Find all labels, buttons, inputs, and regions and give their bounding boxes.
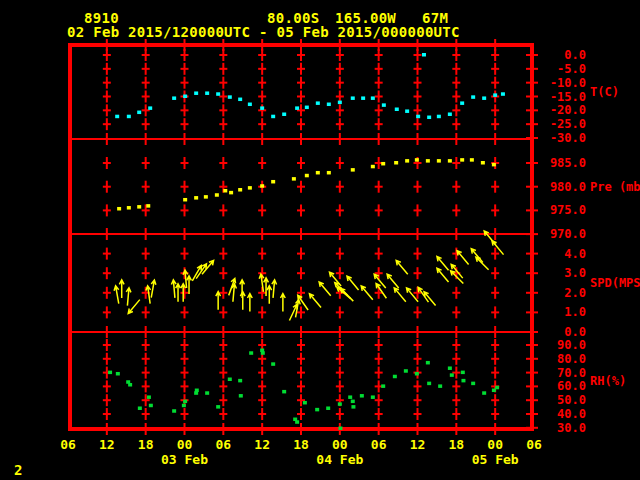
pressure-point — [481, 161, 485, 165]
temperature-point — [382, 103, 386, 107]
wind-arrow — [319, 282, 331, 296]
temperature-point — [115, 115, 119, 119]
temperature-point — [205, 91, 209, 95]
relative-humidity-point — [182, 404, 186, 408]
relative-humidity-point — [438, 384, 442, 388]
pressure-point — [204, 195, 208, 199]
temperature-point — [351, 96, 355, 100]
relative-humidity-point — [138, 406, 142, 410]
relative-humidity-point — [404, 369, 408, 373]
pressure-point — [305, 174, 309, 178]
pressure-point — [292, 177, 296, 181]
meteogram-plot: 0.0-5.0-10.0-15.0-20.0-25.0-30.0T(C)985.… — [0, 0, 640, 480]
y-tick-label: 3.0 — [564, 266, 586, 280]
wind-arrow — [171, 280, 176, 298]
relative-humidity-point — [172, 409, 176, 413]
wind-arrow — [396, 260, 408, 274]
temperature-point — [137, 111, 141, 115]
relative-humidity-point — [351, 405, 355, 409]
y-tick-label: 40.0 — [557, 407, 586, 421]
relative-humidity-point — [381, 384, 385, 388]
relative-humidity-point — [149, 404, 153, 408]
time-tick-label: 00 — [177, 437, 193, 452]
temperature-point — [172, 96, 176, 100]
relative-humidity-point — [461, 379, 465, 383]
pressure-point — [271, 180, 275, 184]
temperature-point — [448, 112, 452, 116]
y-tick-label: 4.0 — [564, 247, 586, 261]
time-tick-label: 06 — [216, 437, 232, 452]
wind-arrow — [126, 288, 131, 306]
wind-arrow — [476, 257, 489, 270]
wind-arrow — [114, 286, 119, 304]
wind-arrow — [376, 283, 386, 298]
relative-humidity-point — [427, 382, 431, 386]
temperature-point — [422, 53, 426, 57]
relative-humidity-point — [216, 405, 220, 409]
y-tick-label: 60.0 — [557, 379, 586, 393]
relative-humidity-point — [261, 351, 265, 355]
time-tick-label: 18 — [293, 437, 309, 452]
y-tick-label: 1.0 — [564, 305, 586, 319]
time-tick-label: 12 — [99, 437, 115, 452]
wind-arrow — [394, 288, 406, 302]
pressure-point — [316, 171, 320, 175]
time-tick-label: 00 — [332, 437, 348, 452]
relative-humidity-point — [195, 389, 199, 393]
pressure-point — [223, 189, 227, 193]
time-tick-label: 06 — [371, 437, 387, 452]
pressure-point — [415, 158, 419, 162]
temperature-point — [295, 106, 299, 110]
relative-humidity-point — [495, 386, 499, 390]
y-tick-label: -20.0 — [550, 103, 586, 117]
wind-arrow — [492, 241, 504, 255]
y-tick-label: 90.0 — [557, 338, 586, 352]
y-tick-label: -15.0 — [550, 90, 586, 104]
relative-humidity-point — [426, 361, 430, 365]
pressure-point — [351, 168, 355, 172]
time-tick-label: 00 — [487, 437, 503, 452]
pressure-point — [183, 198, 187, 202]
temperature-point — [482, 96, 486, 100]
relative-humidity-point — [205, 391, 209, 395]
wind-arrow — [457, 251, 469, 265]
temperature-point — [305, 106, 309, 110]
page-number: 2 — [14, 462, 22, 478]
y-tick-label: 0.0 — [564, 48, 586, 62]
panel-unit-label: Pre (mb) — [590, 180, 640, 194]
temperature-point — [260, 106, 264, 110]
time-tick-label: 06 — [60, 437, 76, 452]
pressure-point — [448, 159, 452, 163]
wind-arrow — [232, 284, 237, 302]
wind-arrow — [407, 288, 419, 302]
pressure-point — [215, 193, 219, 197]
wind-arrow — [267, 286, 272, 304]
date-label: 04 Feb — [316, 452, 363, 467]
time-tick-label: 18 — [138, 437, 154, 452]
relative-humidity-point — [360, 394, 364, 398]
pressure-point — [470, 158, 474, 162]
relative-humidity-point — [315, 408, 319, 412]
wind-arrow — [176, 284, 181, 302]
time-tick-label: 12 — [410, 437, 426, 452]
relative-humidity-point — [338, 426, 342, 430]
time-tick-label: 06 — [526, 437, 542, 452]
wind-arrow — [119, 280, 124, 298]
temperature-point — [460, 101, 464, 105]
y-tick-label: 980.0 — [550, 180, 586, 194]
relative-humidity-point — [295, 420, 299, 424]
wind-arrow — [309, 294, 321, 308]
pressure-point — [405, 159, 409, 163]
y-tick-label: 30.0 — [557, 421, 586, 435]
relative-humidity-point — [448, 366, 452, 370]
relative-humidity-point — [326, 406, 330, 410]
wind-arrow — [240, 292, 245, 310]
relative-humidity-point — [147, 395, 151, 399]
relative-humidity-point — [415, 372, 419, 376]
y-tick-label: -5.0 — [557, 62, 586, 76]
pressure-point — [371, 165, 375, 169]
relative-humidity-point — [471, 382, 475, 386]
temperature-point — [148, 106, 152, 110]
wind-arrow — [437, 268, 449, 282]
relative-humidity-point — [282, 390, 286, 394]
